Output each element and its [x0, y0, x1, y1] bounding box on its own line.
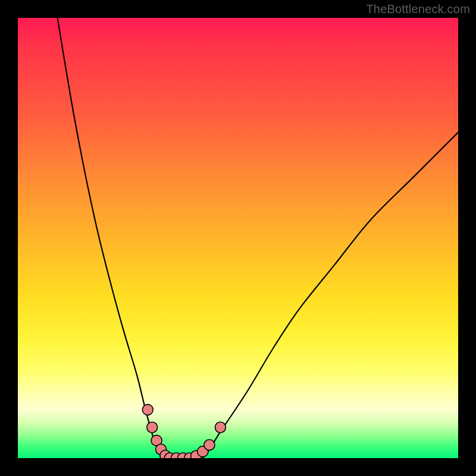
chart-frame: TheBottleneck.com — [0, 0, 476, 476]
valley-markers — [18, 18, 458, 458]
marker-dot — [142, 405, 153, 415]
marker-dot — [204, 440, 215, 450]
marker-dot — [147, 422, 158, 433]
watermark-text: TheBottleneck.com — [366, 2, 470, 16]
plot-area — [18, 18, 458, 458]
marker-dot — [215, 422, 226, 433]
